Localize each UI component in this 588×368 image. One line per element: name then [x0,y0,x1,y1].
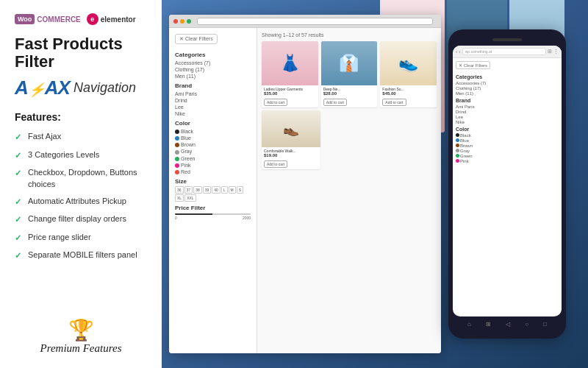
mobile-menu-icon[interactable]: ⋮ [553,49,559,54]
feature-display-orders: ✓ Change filter display orders [15,213,147,226]
m-brand-lee[interactable]: Lee [456,114,559,119]
results-count: Showing 1–12 of 57 results [262,32,437,38]
check-icon-3: ✓ [15,168,24,179]
m-category-men[interactable]: Men (11) [456,91,559,96]
category-clothing-desktop[interactable]: Clothing (17) [175,66,251,73]
add-to-cart-btn-2[interactable]: Add to cart [323,99,347,106]
brand-lee-desktop[interactable]: Lee [175,104,251,110]
brand-title-mobile: Brand [456,98,559,103]
size-M[interactable]: M [229,186,236,194]
ajax-symbol: ⚡ [29,82,44,97]
m-color-black[interactable]: Black [456,132,559,138]
elementor-icon: e [87,13,98,25]
premium-text: Premium Features [40,342,122,355]
m-color-brown[interactable]: Brown [456,143,559,148]
desktop-mockup: ✕ Clear Filters Categories Accessories (… [169,15,441,353]
category-accessories-desktop[interactable]: Accessories (7) [175,60,251,66]
size-L[interactable]: L [221,186,228,194]
add-to-cart-btn-1[interactable]: Add to cart [264,99,287,106]
feature-attributes: ✓ Automatic Attributes Pickup [15,195,147,208]
product-image-3: 👟 [380,41,437,85]
color-title-mobile: Color [456,127,559,132]
size-39[interactable]: 39 [203,186,212,194]
color-pink-desktop[interactable]: Pink [175,162,251,169]
size-36[interactable]: 36 [175,186,184,194]
brand-ami-desktop[interactable]: Ami Paris [175,91,251,97]
size-40[interactable]: 40 [212,186,220,194]
mobile-screen: ‹ › wp.something.at ⊞ ⋮ ✕ Clear Filters … [453,46,562,316]
brand-title-desktop: Brand [175,82,251,89]
check-icon-7: ✓ [15,250,24,261]
m-color-blue[interactable]: Blue [456,138,559,143]
mobile-home-icon[interactable]: ⌂ [467,321,471,328]
color-blue-desktop[interactable]: Blue [175,135,251,141]
color-black-desktop[interactable]: Black [175,128,251,135]
product-card-2: 👔 Deep Ne... $28.00 Add to cart [321,41,378,107]
size-XL[interactable]: XL [175,194,184,202]
feature-categories: ✓ 3 Categories Levels [15,149,147,162]
product-price-3: $45.00 [382,91,434,96]
add-to-cart-btn-shoe[interactable]: Add to cart [264,160,287,168]
clear-filters-btn-mobile[interactable]: ✕ Clear Filters [456,61,490,69]
size-S[interactable]: S [237,186,243,194]
m-category-clothing[interactable]: Clothing (17) [456,85,559,91]
clear-filters-btn-desktop[interactable]: ✕ Clear Filters [175,34,218,44]
product-card-shoe: 👞 Comfortable Walk... $19.00 Add to cart [262,110,320,169]
m-category-accessories[interactable]: Accessories (7) [456,80,559,85]
color-brown-desktop[interactable]: Brown [175,141,251,148]
m-color-green[interactable]: Green [456,153,559,158]
mobile-tabs-icon[interactable]: ⊞ [548,49,552,54]
brand-nike-desktop[interactable]: Nike [175,110,251,117]
mobile-grid-icon[interactable]: ⊞ [486,321,491,328]
mobile-url-text: wp.something.at [465,49,492,54]
product-info-3: Fashion Su... $45.00 [380,85,437,97]
m-color-pink[interactable]: Pink [456,158,559,163]
m-brand-nike[interactable]: Nike [456,119,559,124]
mobile-circle-btn[interactable]: ○ [525,321,528,328]
color-red-desktop[interactable]: Red [175,169,251,175]
check-icon-4: ✓ [15,197,24,208]
ajax-text: A⚡AX [15,77,70,99]
feature-fast-ajax: ✓ Fast Ajax [15,130,147,144]
m-brand-ami[interactable]: Ami Paris [456,104,559,109]
product-price-shoe: $19.00 [264,153,318,158]
filter-sidebar-desktop: ✕ Clear Filters Categories Accessories (… [169,28,257,353]
size-XXL[interactable]: XXL [184,194,196,202]
woo-text: COMMERCE [37,15,80,24]
add-to-cart-btn-3[interactable]: Add to cart [382,99,406,106]
brand-drind-desktop[interactable]: Drind [175,97,251,104]
product-image-shoe: 👞 [262,110,320,147]
check-icon-1: ✓ [15,132,24,143]
color-title-desktop: Color [175,120,251,127]
mobile-square-btn[interactable]: □ [543,321,547,328]
m-brand-drind[interactable]: Drind [456,109,559,114]
product-info-shoe: Comfortable Walk... $19.00 [262,147,320,159]
nav-text: Navigation [70,80,136,96]
price-title-desktop: Price Filter [175,205,251,211]
m-color-gray[interactable]: Gray [456,148,559,153]
size-37[interactable]: 37 [184,186,193,194]
woo-badge: Woo [15,14,35,24]
feature-mobile-panel: ✓ Separate MOBILE filters panel [15,249,147,262]
mobile-bottom-bar: ⌂ ⊞ ◁ ○ □ [453,316,562,331]
mobile-url-bar[interactable]: wp.something.at [462,48,546,55]
check-icon-6: ✓ [15,233,24,244]
size-buttons-desktop: 36 37 38 39 40 L M S XL XXL [175,186,251,202]
main-title: Fast Products Filter [15,35,147,71]
size-38[interactable]: 38 [193,186,202,194]
elementor-logo: e elementor [87,13,136,25]
mobile-forward-icon[interactable]: › [459,49,460,54]
product-image-1: 👗 [262,41,318,85]
color-gray-desktop[interactable]: Gray [175,148,251,155]
woocommerce-logo: Woo COMMERCE [15,14,81,24]
premium-section: 🏆 Premium Features [15,311,147,355]
price-range-bar-desktop[interactable] [175,213,251,215]
mobile-back-btn[interactable]: ◁ [506,321,510,328]
color-green-desktop[interactable]: Green [175,155,251,162]
mobile-back-icon[interactable]: ‹ [456,49,457,54]
category-men-desktop[interactable]: Men (11) [175,73,251,79]
product-info-2: Deep Ne... $28.00 [321,85,378,97]
price-min-desktop: 0 [175,216,177,220]
mobile-browser-bar: ‹ › wp.something.at ⊞ ⋮ [453,46,562,58]
size-title-desktop: Size [175,178,251,185]
